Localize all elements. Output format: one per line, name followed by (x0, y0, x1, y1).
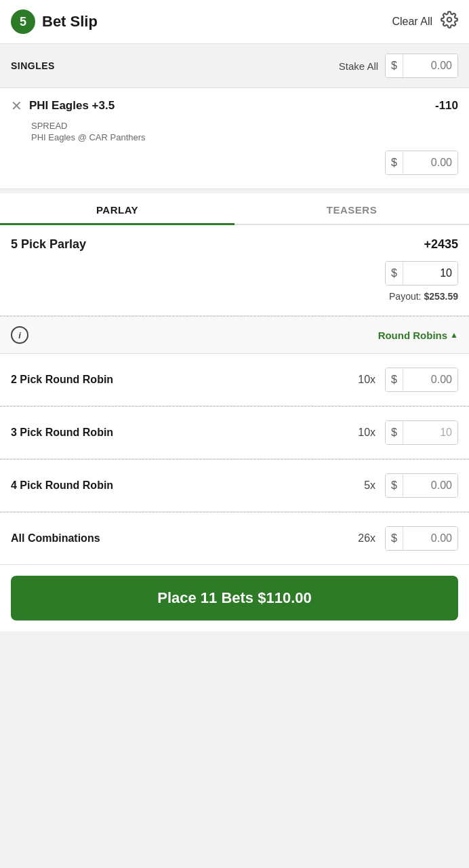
svg-point-0 (447, 18, 452, 22)
rr-all-combos-stake-group: $ (385, 526, 458, 551)
rr-4pick-stake-group: $ (385, 473, 458, 498)
rr-item-all-combos: All Combinations 26x $ (0, 513, 469, 565)
round-robins-header: i Round Robins ▲ (0, 317, 469, 354)
rr-item-2pick: 2 Pick Round Robin 10x $ (0, 354, 469, 406)
parlay-odds: +2435 (424, 237, 458, 252)
bet-odds: -110 (435, 99, 458, 113)
rr-item-4pick: 4 Pick Round Robin 5x $ (0, 460, 469, 512)
dollar-sign-rr-all: $ (386, 527, 403, 550)
round-robins-toggle-button[interactable]: Round Robins ▲ (378, 330, 458, 341)
parlay-stake-input[interactable] (403, 262, 457, 285)
parlay-section: 5 Pick Parlay +2435 $ Payout: $253.59 (0, 225, 469, 316)
singles-stake-group: $ (385, 54, 458, 78)
singles-label: SINGLES (11, 60, 339, 71)
place-bets-button[interactable]: Place 11 Bets $110.00 (11, 576, 458, 620)
bet-count-badge: 5 (11, 9, 35, 34)
dollar-sign: $ (386, 54, 403, 77)
tab-parlay[interactable]: PARLAY (0, 193, 234, 224)
info-icon[interactable]: i (11, 326, 28, 344)
parlay-stake-group: $ (385, 261, 458, 285)
payout-label: Payout: (389, 291, 424, 302)
rr-all-combos-stake-input[interactable] (403, 527, 457, 550)
bet-game: PHI Eagles @ CAR Panthers (31, 132, 458, 142)
parlay-stake-row: $ (11, 261, 458, 285)
dollar-sign-rr3: $ (386, 421, 403, 444)
payout-row: Payout: $253.59 (11, 291, 458, 302)
rr-2pick-label: 2 Pick Round Robin (11, 374, 358, 386)
rr-4pick-label: 4 Pick Round Robin (11, 479, 364, 492)
rr-3pick-stake-input[interactable] (403, 421, 457, 444)
tabs-bar: PARLAY TEASERS (0, 193, 469, 225)
rr-3pick-stake-group: $ (385, 420, 458, 445)
rr-3pick-label: 3 Pick Round Robin (11, 427, 358, 439)
bet-stake-row: $ (11, 151, 458, 175)
dollar-sign-parlay: $ (386, 262, 403, 285)
chevron-up-icon: ▲ (450, 330, 458, 340)
header: 5 Bet Slip Clear All (0, 0, 469, 44)
rr-2pick-multiplier: 10x (358, 374, 375, 386)
singles-section: SINGLES Stake All $ (0, 44, 469, 88)
round-robins-label: Round Robins (378, 330, 447, 341)
singles-stake-input[interactable] (403, 54, 457, 77)
bet-stake-input[interactable] (403, 151, 457, 174)
remove-bet-button[interactable]: ✕ (11, 98, 22, 114)
rr-4pick-stake-input[interactable] (403, 474, 457, 497)
dollar-sign-rr4: $ (386, 474, 403, 497)
rr-4pick-multiplier: 5x (364, 479, 375, 492)
rr-2pick-stake-input[interactable] (403, 368, 457, 391)
bet-stake-group: $ (385, 151, 458, 175)
bet-type: SPREAD (31, 121, 458, 131)
stake-all-label: Stake All (339, 60, 378, 72)
parlay-title: 5 Pick Parlay (11, 237, 424, 252)
rr-2pick-stake-group: $ (385, 368, 458, 392)
settings-button[interactable] (441, 11, 458, 33)
bet-item-header: ✕ PHI Eagles +3.5 -110 (11, 99, 458, 114)
place-bets-section: Place 11 Bets $110.00 (0, 565, 469, 631)
rr-all-combos-label: All Combinations (11, 532, 358, 545)
rr-3pick-multiplier: 10x (358, 427, 375, 439)
rr-all-combos-multiplier: 26x (358, 532, 375, 545)
tab-teasers[interactable]: TEASERS (234, 193, 469, 224)
bet-name: PHI Eagles +3.5 (29, 99, 435, 113)
rr-item-3pick: 3 Pick Round Robin 10x $ (0, 407, 469, 459)
dollar-sign-bet: $ (386, 151, 403, 174)
dollar-sign-rr2: $ (386, 368, 403, 391)
parlay-header: 5 Pick Parlay +2435 (11, 237, 458, 252)
payout-amount: $253.59 (424, 291, 458, 302)
page-title: Bet Slip (42, 13, 392, 31)
bet-item: ✕ PHI Eagles +3.5 -110 SPREAD PHI Eagles… (0, 88, 469, 189)
clear-all-button[interactable]: Clear All (392, 16, 432, 28)
